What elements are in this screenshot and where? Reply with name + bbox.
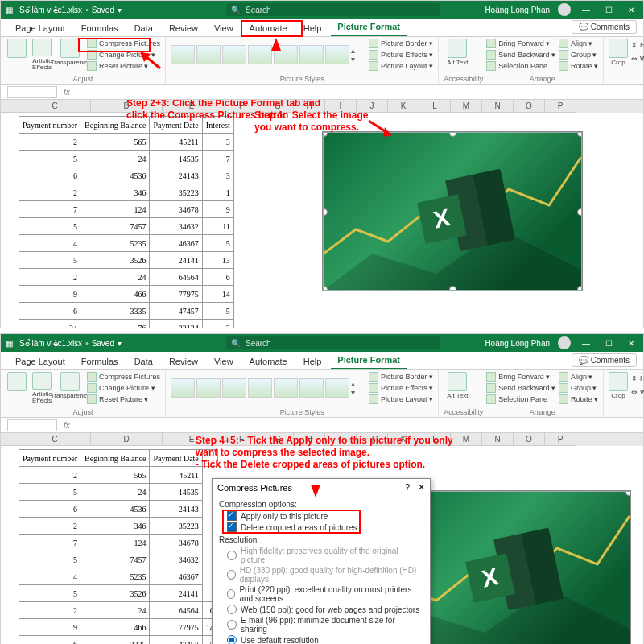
search-box[interactable]: 🔍 Search <box>226 336 440 349</box>
artistic-effects-button[interactable]: Artistic Effects <box>31 372 52 404</box>
bring-forward-button[interactable]: Bring Forward ▾ <box>486 372 555 382</box>
saved-chevron-icon[interactable]: ▾ <box>118 339 122 348</box>
col-header[interactable]: C <box>19 433 91 446</box>
style-thumb[interactable] <box>325 378 349 398</box>
resize-handle[interactable] <box>449 286 456 291</box>
col-header[interactable]: M <box>451 433 482 446</box>
col-header[interactable]: N <box>482 100 514 113</box>
picture-layout-button[interactable]: Picture Layout ▾ <box>369 61 433 71</box>
name-box[interactable] <box>7 86 57 98</box>
alt-text-button[interactable]: Alt Text <box>444 372 471 404</box>
col-header[interactable]: C <box>19 100 91 113</box>
avatar[interactable] <box>558 3 571 16</box>
resize-handle[interactable] <box>625 491 630 496</box>
worksheet-area[interactable]: CDEFGHIJKLMNOP Payment numberBeginning B… <box>1 433 643 644</box>
minimize-button[interactable]: — <box>579 337 593 349</box>
minimize-button[interactable]: — <box>579 4 593 15</box>
style-thumb[interactable] <box>171 378 195 398</box>
checkbox-delete-cropped[interactable] <box>227 522 237 532</box>
align-button[interactable]: Align ▾ <box>559 39 598 48</box>
radio-hd[interactable] <box>227 570 236 580</box>
name-box[interactable] <box>7 419 57 431</box>
avatar[interactable] <box>558 336 571 349</box>
col-header[interactable]: N <box>482 433 514 446</box>
style-thumb[interactable] <box>196 45 221 64</box>
col-header[interactable]: M <box>451 100 482 113</box>
resize-handle[interactable] <box>323 208 328 216</box>
col-header[interactable]: O <box>514 100 545 113</box>
group-button[interactable]: Group ▾ <box>559 383 598 393</box>
transparency-button[interactable]: Transparency <box>56 372 84 404</box>
picture-effects-button[interactable]: Picture Effects ▾ <box>369 50 433 60</box>
tab-page-layout[interactable]: Page Layout <box>9 353 72 369</box>
picture-border-button[interactable]: Picture Border ▾ <box>369 372 433 382</box>
close-button[interactable]: ✕ <box>624 4 638 15</box>
comments-button[interactable]: 💬 Comments <box>572 353 637 367</box>
doc-name[interactable]: Sổ làm việc1.xlsx <box>19 6 82 14</box>
radio-default[interactable] <box>227 635 237 644</box>
radio-print[interactable] <box>227 589 235 599</box>
tab-review[interactable]: Review <box>163 20 204 36</box>
radio-email[interactable] <box>227 620 237 630</box>
crop-button[interactable]: Crop <box>609 39 628 71</box>
selection-pane-button[interactable]: Selection Pane <box>486 61 555 71</box>
group-button[interactable]: Group ▾ <box>559 50 598 60</box>
col-header[interactable]: L <box>419 100 451 113</box>
alt-text-button[interactable]: Alt Text <box>444 39 471 71</box>
bring-forward-button[interactable]: Bring Forward ▾ <box>486 39 555 48</box>
tab-automate[interactable]: Automate <box>243 353 294 369</box>
doc-name[interactable]: Sổ làm việc1.xlsx <box>19 339 82 348</box>
tab-picture-format[interactable]: Picture Format <box>331 19 407 36</box>
picture-border-button[interactable]: Picture Border ▾ <box>369 39 433 48</box>
col-header[interactable]: P <box>545 100 576 113</box>
style-thumb[interactable] <box>248 45 272 64</box>
align-button[interactable]: Align ▾ <box>559 372 598 382</box>
style-thumb[interactable] <box>325 45 349 64</box>
col-header[interactable]: K <box>388 100 419 113</box>
user-name[interactable]: Hoàng Long Phan <box>485 6 550 14</box>
user-name[interactable]: Hoàng Long Phan <box>485 339 550 348</box>
tab-review[interactable]: Review <box>163 353 204 369</box>
remove-bg-button[interactable] <box>6 39 27 71</box>
selection-pane-button[interactable]: Selection Pane <box>486 394 555 404</box>
radio-web[interactable] <box>227 605 237 614</box>
resize-handle[interactable] <box>323 286 328 291</box>
style-thumb[interactable] <box>222 45 246 64</box>
saved-chevron-icon[interactable]: ▾ <box>118 6 122 14</box>
crop-button[interactable]: Crop <box>609 372 628 404</box>
embedded-picture[interactable]: X <box>323 132 582 291</box>
compress-pictures-button[interactable]: Compress Pictures <box>87 372 160 382</box>
style-thumb[interactable] <box>248 378 272 398</box>
search-box[interactable]: 🔍 Search <box>226 3 440 16</box>
picture-layout-button[interactable]: Picture Layout ▾ <box>369 394 433 404</box>
remove-bg-button[interactable] <box>6 372 27 404</box>
worksheet-area[interactable]: CDEFGHIJKLMNOP Payment numberBeginning B… <box>1 100 643 328</box>
style-thumb[interactable] <box>171 45 195 64</box>
rotate-button[interactable]: Rotate ▾ <box>559 394 598 404</box>
fx-icon[interactable]: fx <box>64 88 70 97</box>
send-backward-button[interactable]: Send Backward ▾ <box>486 383 555 393</box>
maximize-button[interactable]: ☐ <box>601 337 616 349</box>
rotate-button[interactable]: Rotate ▾ <box>559 61 598 71</box>
checkbox-apply-only[interactable] <box>227 511 237 521</box>
artistic-effects-button[interactable]: Artistic Effects <box>31 39 52 71</box>
tab-picture-format[interactable]: Picture Format <box>331 352 407 369</box>
style-thumb[interactable] <box>222 378 246 398</box>
radio-high-fidelity[interactable] <box>227 551 237 560</box>
tab-data[interactable]: Data <box>128 353 159 369</box>
style-thumb[interactable] <box>299 378 324 398</box>
col-header[interactable]: O <box>514 433 545 446</box>
change-picture-button[interactable]: Change Picture ▾ <box>87 383 160 393</box>
col-header[interactable]: D <box>91 433 163 446</box>
resize-handle[interactable] <box>577 286 582 291</box>
fx-icon[interactable]: fx <box>64 421 70 430</box>
style-thumb[interactable] <box>196 378 221 398</box>
picture-styles-gallery[interactable]: ▴▾ <box>171 45 361 64</box>
resize-handle[interactable] <box>577 132 582 137</box>
tab-view[interactable]: View <box>208 20 240 36</box>
tab-data[interactable]: Data <box>128 20 159 36</box>
reset-picture-button[interactable]: Reset Picture ▾ <box>87 394 160 404</box>
tab-view[interactable]: View <box>208 353 240 369</box>
style-thumb[interactable] <box>299 45 324 64</box>
close-button[interactable]: ✕ <box>624 337 638 349</box>
